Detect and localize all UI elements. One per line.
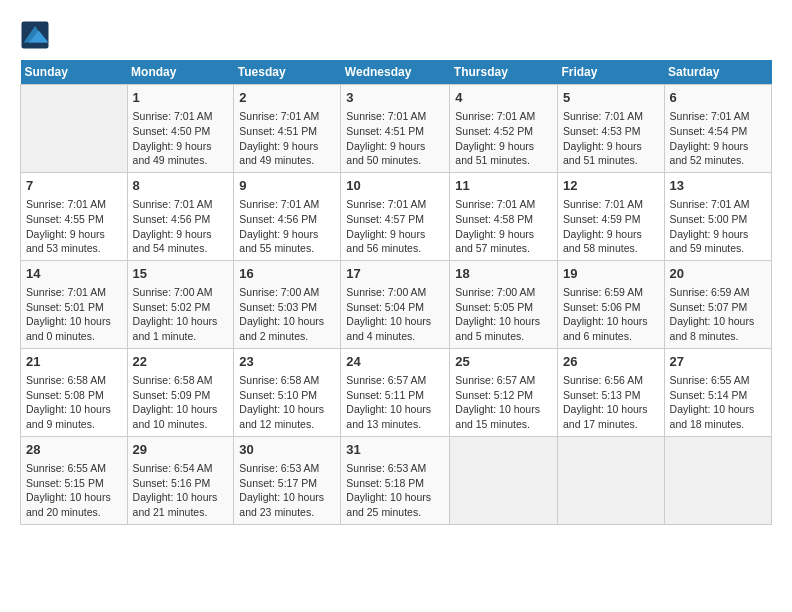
day-number: 7 [26, 177, 122, 195]
day-number: 14 [26, 265, 122, 283]
day-info: Sunrise: 7:01 AM Sunset: 4:51 PM Dayligh… [346, 109, 444, 168]
day-info: Sunrise: 7:01 AM Sunset: 4:59 PM Dayligh… [563, 197, 659, 256]
day-info: Sunrise: 6:58 AM Sunset: 5:10 PM Dayligh… [239, 373, 335, 432]
day-number: 24 [346, 353, 444, 371]
day-number: 26 [563, 353, 659, 371]
calendar-header: SundayMondayTuesdayWednesdayThursdayFrid… [21, 60, 772, 85]
day-info: Sunrise: 6:58 AM Sunset: 5:09 PM Dayligh… [133, 373, 229, 432]
day-number: 31 [346, 441, 444, 459]
calendar-cell [21, 85, 128, 173]
day-info: Sunrise: 7:00 AM Sunset: 5:03 PM Dayligh… [239, 285, 335, 344]
calendar-cell: 11 Sunrise: 7:01 AM Sunset: 4:58 PM Dayl… [450, 172, 558, 260]
day-number: 6 [670, 89, 766, 107]
calendar-cell: 22 Sunrise: 6:58 AM Sunset: 5:09 PM Dayl… [127, 348, 234, 436]
day-number: 19 [563, 265, 659, 283]
day-number: 1 [133, 89, 229, 107]
calendar-cell: 30 Sunrise: 6:53 AM Sunset: 5:17 PM Dayl… [234, 436, 341, 524]
day-info: Sunrise: 7:01 AM Sunset: 4:51 PM Dayligh… [239, 109, 335, 168]
calendar-cell: 1 Sunrise: 7:01 AM Sunset: 4:50 PM Dayli… [127, 85, 234, 173]
calendar-cell: 2 Sunrise: 7:01 AM Sunset: 4:51 PM Dayli… [234, 85, 341, 173]
day-number: 5 [563, 89, 659, 107]
calendar-cell: 6 Sunrise: 7:01 AM Sunset: 4:54 PM Dayli… [664, 85, 771, 173]
calendar-cell: 26 Sunrise: 6:56 AM Sunset: 5:13 PM Dayl… [557, 348, 664, 436]
day-info: Sunrise: 7:01 AM Sunset: 4:52 PM Dayligh… [455, 109, 552, 168]
day-number: 29 [133, 441, 229, 459]
day-info: Sunrise: 7:01 AM Sunset: 4:56 PM Dayligh… [133, 197, 229, 256]
day-number: 23 [239, 353, 335, 371]
day-info: Sunrise: 7:01 AM Sunset: 4:58 PM Dayligh… [455, 197, 552, 256]
day-info: Sunrise: 7:01 AM Sunset: 4:57 PM Dayligh… [346, 197, 444, 256]
header-day: Saturday [664, 60, 771, 85]
calendar-cell: 16 Sunrise: 7:00 AM Sunset: 5:03 PM Dayl… [234, 260, 341, 348]
calendar-cell: 25 Sunrise: 6:57 AM Sunset: 5:12 PM Dayl… [450, 348, 558, 436]
day-info: Sunrise: 7:00 AM Sunset: 5:02 PM Dayligh… [133, 285, 229, 344]
day-info: Sunrise: 7:01 AM Sunset: 5:00 PM Dayligh… [670, 197, 766, 256]
calendar-cell: 29 Sunrise: 6:54 AM Sunset: 5:16 PM Dayl… [127, 436, 234, 524]
calendar-cell: 14 Sunrise: 7:01 AM Sunset: 5:01 PM Dayl… [21, 260, 128, 348]
calendar-week: 28 Sunrise: 6:55 AM Sunset: 5:15 PM Dayl… [21, 436, 772, 524]
header-day: Sunday [21, 60, 128, 85]
day-number: 13 [670, 177, 766, 195]
day-number: 25 [455, 353, 552, 371]
day-number: 2 [239, 89, 335, 107]
calendar-cell: 31 Sunrise: 6:53 AM Sunset: 5:18 PM Dayl… [341, 436, 450, 524]
calendar-cell: 28 Sunrise: 6:55 AM Sunset: 5:15 PM Dayl… [21, 436, 128, 524]
calendar-cell: 23 Sunrise: 6:58 AM Sunset: 5:10 PM Dayl… [234, 348, 341, 436]
day-info: Sunrise: 6:58 AM Sunset: 5:08 PM Dayligh… [26, 373, 122, 432]
calendar-cell: 9 Sunrise: 7:01 AM Sunset: 4:56 PM Dayli… [234, 172, 341, 260]
day-number: 9 [239, 177, 335, 195]
day-info: Sunrise: 6:57 AM Sunset: 5:11 PM Dayligh… [346, 373, 444, 432]
day-info: Sunrise: 6:54 AM Sunset: 5:16 PM Dayligh… [133, 461, 229, 520]
calendar-cell: 8 Sunrise: 7:01 AM Sunset: 4:56 PM Dayli… [127, 172, 234, 260]
day-number: 17 [346, 265, 444, 283]
calendar-cell [664, 436, 771, 524]
day-number: 27 [670, 353, 766, 371]
calendar-week: 14 Sunrise: 7:01 AM Sunset: 5:01 PM Dayl… [21, 260, 772, 348]
day-number: 10 [346, 177, 444, 195]
day-info: Sunrise: 6:56 AM Sunset: 5:13 PM Dayligh… [563, 373, 659, 432]
day-info: Sunrise: 6:57 AM Sunset: 5:12 PM Dayligh… [455, 373, 552, 432]
calendar-cell: 12 Sunrise: 7:01 AM Sunset: 4:59 PM Dayl… [557, 172, 664, 260]
header-row: SundayMondayTuesdayWednesdayThursdayFrid… [21, 60, 772, 85]
calendar-cell: 20 Sunrise: 6:59 AM Sunset: 5:07 PM Dayl… [664, 260, 771, 348]
day-number: 4 [455, 89, 552, 107]
day-info: Sunrise: 7:01 AM Sunset: 4:50 PM Dayligh… [133, 109, 229, 168]
day-info: Sunrise: 6:59 AM Sunset: 5:06 PM Dayligh… [563, 285, 659, 344]
calendar-cell: 7 Sunrise: 7:01 AM Sunset: 4:55 PM Dayli… [21, 172, 128, 260]
header-day: Tuesday [234, 60, 341, 85]
day-number: 18 [455, 265, 552, 283]
day-info: Sunrise: 7:01 AM Sunset: 4:53 PM Dayligh… [563, 109, 659, 168]
calendar-cell: 21 Sunrise: 6:58 AM Sunset: 5:08 PM Dayl… [21, 348, 128, 436]
calendar-week: 1 Sunrise: 7:01 AM Sunset: 4:50 PM Dayli… [21, 85, 772, 173]
header-day: Monday [127, 60, 234, 85]
day-info: Sunrise: 6:55 AM Sunset: 5:14 PM Dayligh… [670, 373, 766, 432]
calendar-week: 7 Sunrise: 7:01 AM Sunset: 4:55 PM Dayli… [21, 172, 772, 260]
day-info: Sunrise: 7:00 AM Sunset: 5:05 PM Dayligh… [455, 285, 552, 344]
day-info: Sunrise: 6:53 AM Sunset: 5:18 PM Dayligh… [346, 461, 444, 520]
calendar-cell: 15 Sunrise: 7:00 AM Sunset: 5:02 PM Dayl… [127, 260, 234, 348]
header-day: Thursday [450, 60, 558, 85]
day-info: Sunrise: 7:01 AM Sunset: 5:01 PM Dayligh… [26, 285, 122, 344]
calendar-cell: 17 Sunrise: 7:00 AM Sunset: 5:04 PM Dayl… [341, 260, 450, 348]
day-number: 22 [133, 353, 229, 371]
calendar-cell: 10 Sunrise: 7:01 AM Sunset: 4:57 PM Dayl… [341, 172, 450, 260]
calendar-table: SundayMondayTuesdayWednesdayThursdayFrid… [20, 60, 772, 525]
day-number: 12 [563, 177, 659, 195]
calendar-cell: 4 Sunrise: 7:01 AM Sunset: 4:52 PM Dayli… [450, 85, 558, 173]
day-number: 15 [133, 265, 229, 283]
header-day: Friday [557, 60, 664, 85]
day-info: Sunrise: 7:01 AM Sunset: 4:55 PM Dayligh… [26, 197, 122, 256]
day-number: 21 [26, 353, 122, 371]
logo [20, 20, 54, 50]
day-number: 11 [455, 177, 552, 195]
day-info: Sunrise: 7:01 AM Sunset: 4:54 PM Dayligh… [670, 109, 766, 168]
page-header [20, 20, 772, 50]
day-number: 16 [239, 265, 335, 283]
header-day: Wednesday [341, 60, 450, 85]
calendar-cell: 3 Sunrise: 7:01 AM Sunset: 4:51 PM Dayli… [341, 85, 450, 173]
day-info: Sunrise: 6:55 AM Sunset: 5:15 PM Dayligh… [26, 461, 122, 520]
calendar-cell [557, 436, 664, 524]
day-number: 28 [26, 441, 122, 459]
day-info: Sunrise: 6:53 AM Sunset: 5:17 PM Dayligh… [239, 461, 335, 520]
calendar-cell: 18 Sunrise: 7:00 AM Sunset: 5:05 PM Dayl… [450, 260, 558, 348]
